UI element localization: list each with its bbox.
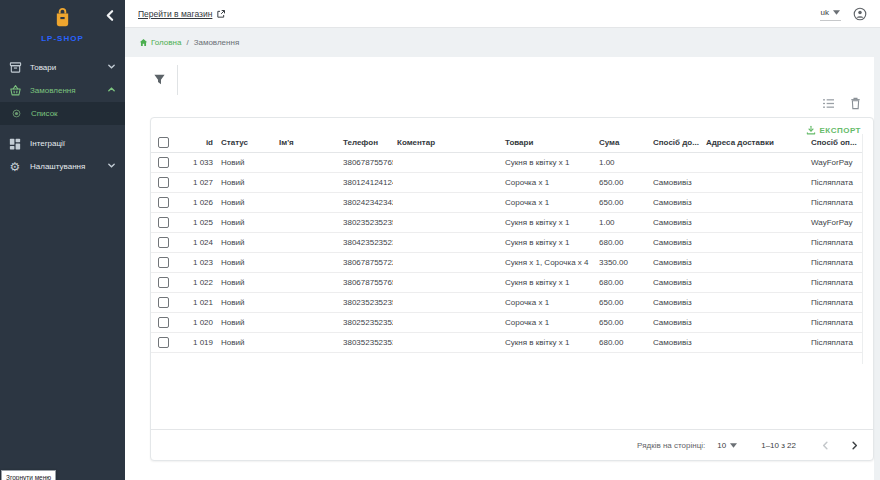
row-checkbox[interactable] (158, 197, 169, 208)
table-header-row: idСтатусІм'яТелефонКоментарТовариСумаСпо… (151, 134, 863, 152)
sidebar-item-products[interactable]: Товари (0, 56, 125, 79)
cell-delivery: Самовивіз (649, 332, 702, 352)
cell-name (275, 232, 339, 252)
sidebar-item-orders-list[interactable]: Список (0, 102, 125, 125)
cell-id: 1 033 (181, 152, 217, 172)
table-row[interactable]: 1 023Новий380678755722Сукня x 1, Сорочка… (151, 252, 863, 272)
home-icon (139, 38, 148, 47)
view-list-icon (822, 98, 835, 109)
row-checkbox[interactable] (158, 217, 169, 228)
row-checkbox[interactable] (158, 177, 169, 188)
chevron-left-icon (104, 9, 117, 22)
cell-id: 1 027 (181, 172, 217, 192)
sidebar: LP-SHOP Товари Замовлення (0, 0, 125, 480)
shopping-bag-logo-icon (54, 7, 71, 27)
cell-payment: Післяплата (807, 172, 859, 192)
cell-id: 1 025 (181, 212, 217, 232)
cell-comment (393, 192, 501, 212)
cell-address (702, 312, 807, 332)
sidebar-item-orders[interactable]: Замовлення (0, 79, 125, 102)
row-checkbox[interactable] (158, 317, 169, 328)
table-row[interactable]: 1 024Новий380423523523Сукня в квітку x 1… (151, 232, 863, 252)
delete-button[interactable] (850, 97, 861, 110)
orders-table-scroll[interactable]: idСтатусІм'яТелефонКоментарТовариСумаСпо… (151, 134, 863, 364)
cell-name (275, 272, 339, 292)
column-header: Сума (595, 134, 649, 152)
cell-phone: 380235235235 (339, 212, 393, 232)
sidebar-item-label: Список (31, 109, 58, 118)
toolbar-divider (177, 65, 178, 95)
cell-sum: 1.00 (595, 152, 649, 172)
cell-status: Новий (217, 252, 275, 272)
cell-status: Новий (217, 212, 275, 232)
column-header: Адреса доставки (702, 134, 807, 152)
pagination-range: 1–10 з 22 (761, 441, 796, 450)
box-icon (8, 61, 22, 75)
cell-name (275, 292, 339, 312)
cell-payment: Післяплата (807, 332, 859, 352)
cell-name (275, 172, 339, 192)
cell-comment (393, 272, 501, 292)
table-row[interactable]: 1 033Новий380678755765Сукня в квітку x 1… (151, 152, 863, 172)
cell-sum: 680.00 (595, 272, 649, 292)
cell-delivery: Самовивіз (649, 252, 702, 272)
gear-icon: ⚙ (8, 160, 22, 174)
cell-pay_status (859, 292, 863, 312)
cell-payment: Післяплата (807, 192, 859, 212)
account-button[interactable] (853, 7, 867, 21)
table-row[interactable]: 1 019Новий380352352353Сукня в квітку x 1… (151, 332, 863, 352)
breadcrumb-home-link[interactable]: Головна (139, 38, 181, 47)
cell-delivery: Самовивіз (649, 272, 702, 292)
dot-icon (9, 107, 23, 121)
collapse-menu-tooltip: Згорнути меню (1, 470, 56, 480)
table-row[interactable]: 1 026Новий380242342342Сорочка x 1650.00С… (151, 192, 863, 212)
cell-delivery (649, 152, 702, 172)
account-circle-icon (853, 7, 867, 21)
sidebar-item-settings[interactable]: ⚙ Налаштування (0, 155, 125, 178)
table-row[interactable]: 1 021Новий380235235235Сорочка x 1650.00С… (151, 292, 863, 312)
next-page-button[interactable] (849, 440, 860, 451)
cell-payment: Післяплата (807, 272, 859, 292)
go-to-store-link[interactable]: Перейти в магазин (138, 9, 226, 19)
rows-per-page-select[interactable]: 10 (717, 441, 737, 450)
table-row[interactable]: 1 020Новий380252352352Сорочка x 1650.00С… (151, 312, 863, 332)
row-checkbox[interactable] (158, 237, 169, 248)
language-select[interactable]: uk (820, 6, 841, 21)
cell-name (275, 192, 339, 212)
table-row[interactable]: 1 022Новий380678755765Сукня в квітку x 1… (151, 272, 863, 292)
cell-pay_status: Пі (859, 152, 863, 172)
table-row[interactable]: 1 025Новий380235235235Сукня в квітку x 1… (151, 212, 863, 232)
table-row[interactable]: 1 027Новий380124124124Сорочка x 1650.00С… (151, 172, 863, 192)
language-value: uk (821, 8, 829, 17)
row-checkbox[interactable] (158, 257, 169, 268)
external-link-icon (216, 9, 226, 19)
sidebar-item-label: Інтеграції (30, 139, 65, 148)
logo-text: LP-SHOP (0, 34, 125, 43)
previous-page-button[interactable] (820, 440, 831, 451)
column-header: С (859, 134, 863, 152)
column-header: Спосіб до... (649, 134, 702, 152)
content-area: Головна / Замовлення (125, 28, 880, 480)
rows-per-page-label: Рядків на сторінці: (637, 441, 705, 450)
filter-button[interactable] (153, 72, 169, 88)
select-all-checkbox[interactable] (158, 137, 169, 148)
cell-sum: 650.00 (595, 172, 649, 192)
cell-products: Сукня в квітку x 1 (501, 272, 595, 292)
row-checkbox[interactable] (158, 277, 169, 288)
cell-products: Сорочка x 1 (501, 292, 595, 312)
trash-icon (850, 97, 861, 110)
cell-sum: 1.00 (595, 212, 649, 232)
row-checkbox[interactable] (158, 337, 169, 348)
cell-phone: 380678755722 (339, 252, 393, 272)
row-checkbox[interactable] (158, 157, 169, 168)
cell-address (702, 212, 807, 232)
sidebar-item-label: Замовлення (30, 86, 76, 95)
cell-name (275, 332, 339, 352)
row-checkbox[interactable] (158, 297, 169, 308)
column-header: Товари (501, 134, 595, 152)
collapse-sidebar-button[interactable] (104, 8, 118, 22)
sidebar-item-integrations[interactable]: Інтеграції (0, 132, 125, 155)
columns-button[interactable] (822, 98, 835, 109)
cell-id: 1 024 (181, 232, 217, 252)
cell-pay_status (859, 252, 863, 272)
